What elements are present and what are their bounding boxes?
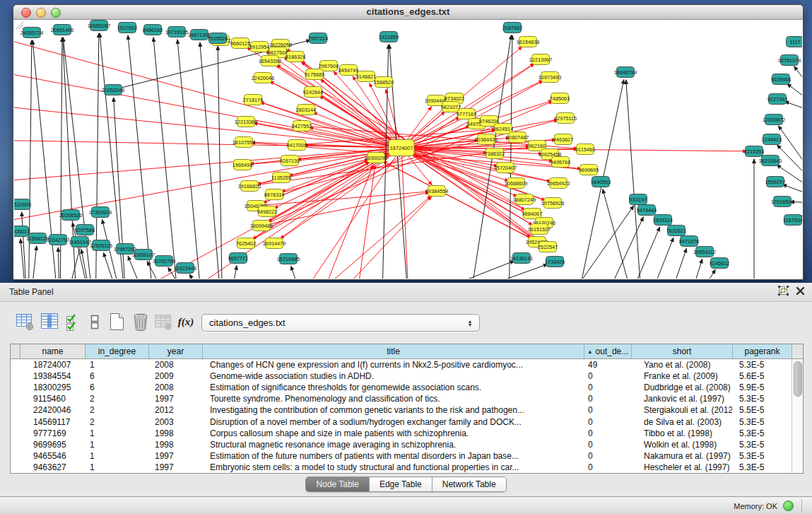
table-selector-dropdown[interactable]: citations_edges.txt ▲▼ (201, 314, 480, 332)
edge[interactable] (551, 206, 634, 279)
graph-node-label: 1244413 (762, 136, 782, 143)
edge[interactable] (787, 84, 802, 119)
edge[interactable] (311, 197, 431, 279)
graph-node-label: 1167534 (783, 217, 802, 223)
edge[interactable] (784, 102, 802, 119)
graph-node-label: 10719135 (165, 29, 188, 35)
graph-node-label: 22420046 (252, 75, 274, 81)
memory-status-label: Memory: OK (734, 502, 777, 510)
cell-name: 22420046 (20, 405, 86, 415)
column-header-in_degree[interactable]: in_degree (86, 344, 149, 358)
edge[interactable] (58, 247, 60, 279)
graph-node-label: 2803144 (296, 107, 316, 113)
edge[interactable] (353, 261, 514, 279)
edge[interactable] (682, 259, 702, 279)
cell-year: 2008 (149, 360, 203, 370)
column-header-name[interactable]: name (20, 344, 86, 358)
table-row[interactable]: 946554611997Estimation of the future num… (11, 450, 792, 462)
table-row[interactable]: 977716911998Corpus callosum shape and si… (11, 428, 792, 439)
cell-year: 2003 (149, 417, 203, 427)
table-scrollbar-thumb[interactable] (794, 361, 802, 397)
graph-node-label: 10654112 (693, 249, 716, 255)
graph-node-label: 9746206 (479, 118, 499, 124)
float-panel-icon[interactable] (778, 286, 789, 296)
graph-node-label: 16151527 (528, 226, 551, 233)
edge[interactable] (177, 40, 204, 279)
tab-edge-table[interactable]: Edge Table (370, 477, 433, 491)
table-row[interactable]: 911546021997Tourette syndrome. Phenomeno… (11, 393, 792, 404)
graph-node-label: 17353924 (89, 209, 112, 216)
edge[interactable] (640, 238, 673, 279)
edge[interactable] (778, 126, 802, 204)
table-row[interactable]: 1938455462009Genome-wide association stu… (11, 370, 792, 382)
table-row[interactable]: 969969511998Structural magnetic resonanc… (11, 439, 792, 450)
cell-out_de: 0 (584, 451, 631, 461)
close-panel-icon[interactable] (796, 286, 805, 296)
graph-node-label: 1965498 (233, 162, 252, 168)
resize-grip-icon[interactable] (14, 20, 24, 30)
column-header-year[interactable]: year (149, 344, 203, 358)
edge[interactable] (200, 42, 223, 279)
column-visibility-icon[interactable] (39, 310, 60, 333)
graph-node-label: 9463627 (553, 136, 573, 143)
row-selection-icon[interactable] (62, 310, 83, 333)
delete-table-icon[interactable] (130, 310, 151, 333)
edge[interactable] (661, 248, 686, 279)
network-window-titlebar[interactable]: citations_edges.txt (13, 5, 803, 20)
graph-node-label: 1135355 (271, 175, 291, 181)
graph-node-label: 17016504 (771, 199, 794, 205)
graph-node-label: 9505017 (14, 228, 30, 235)
column-header-short[interactable]: short (632, 344, 733, 358)
table-header-row: namein_degreeyeartitle▲out_de...shortpag… (11, 344, 803, 359)
edge[interactable] (226, 266, 237, 279)
edge[interactable] (28, 246, 37, 279)
table-row[interactable]: 1830029562008Estimation of significance … (11, 382, 792, 393)
tab-network-table[interactable]: Network Table (433, 477, 506, 491)
cell-pagerank: 5.3E-5 (732, 394, 792, 404)
cell-year: 1998 (149, 440, 203, 450)
column-header-title[interactable]: title (203, 344, 584, 358)
table-row[interactable]: 1872400712008Changes of HCN gene express… (11, 359, 792, 370)
table-row[interactable]: 1456911722003Disruption of a novel membe… (11, 416, 792, 428)
edge[interactable] (189, 274, 223, 279)
edge[interactable] (509, 35, 512, 279)
cell-short: Yano et al. (2008) (631, 360, 732, 370)
edge[interactable] (353, 165, 375, 279)
graph-node-label: 12975115 (554, 115, 577, 122)
cell-in_degree: 1 (86, 360, 149, 370)
graph-node-label: 10958107 (132, 252, 155, 258)
graph-node-label: 11451947 (69, 239, 91, 245)
graph-node-label: 9821072 (441, 104, 461, 110)
table-options-icon[interactable] (14, 310, 35, 333)
edge[interactable] (794, 66, 802, 119)
cell-short: Franke et al. (2009) (631, 371, 732, 381)
edge[interactable] (22, 212, 28, 279)
graph-node-label: 12042757 (47, 237, 69, 243)
edge[interactable] (401, 148, 409, 279)
row-height-icon[interactable] (84, 310, 105, 333)
edge[interactable] (254, 123, 401, 148)
edge[interactable] (218, 46, 223, 279)
new-table-icon[interactable] (106, 310, 127, 333)
graph-node-label: 8215353 (744, 148, 764, 155)
graph-node-label: 8454749 (339, 67, 358, 74)
graph-node-label: 1921859 (379, 34, 399, 40)
table-row[interactable]: 946362711997Embryonic stem cells: a mode… (11, 462, 792, 473)
graph-node-label: 7485063 (550, 95, 570, 102)
cell-year: 2012 (149, 405, 203, 415)
column-header-out_de[interactable]: ▲out_de... (584, 344, 632, 358)
column-header-pagerank[interactable]: pagerank (733, 344, 792, 358)
edge[interactable] (261, 192, 429, 226)
tab-node-table[interactable]: Node Table (306, 477, 370, 491)
table-scrollbar[interactable] (792, 359, 803, 473)
cell-in_degree: 1 (86, 428, 149, 438)
network-canvas[interactable]: 1872400719904443973402298210729777169649… (14, 20, 802, 279)
edge[interactable] (283, 196, 431, 279)
cell-pagerank: 5.5E-5 (732, 405, 792, 415)
edge[interactable] (128, 35, 155, 279)
table-row[interactable]: 2242004622012Investigating the contribut… (11, 404, 792, 416)
table-toolbar: f(x) citations_edges.txt ▲▼ (0, 302, 812, 343)
desktop-background: citations_edges.txt 18724007199044439734… (0, 0, 812, 283)
edge[interactable] (291, 266, 311, 279)
function-builder-icon[interactable]: f(x) (175, 310, 196, 333)
